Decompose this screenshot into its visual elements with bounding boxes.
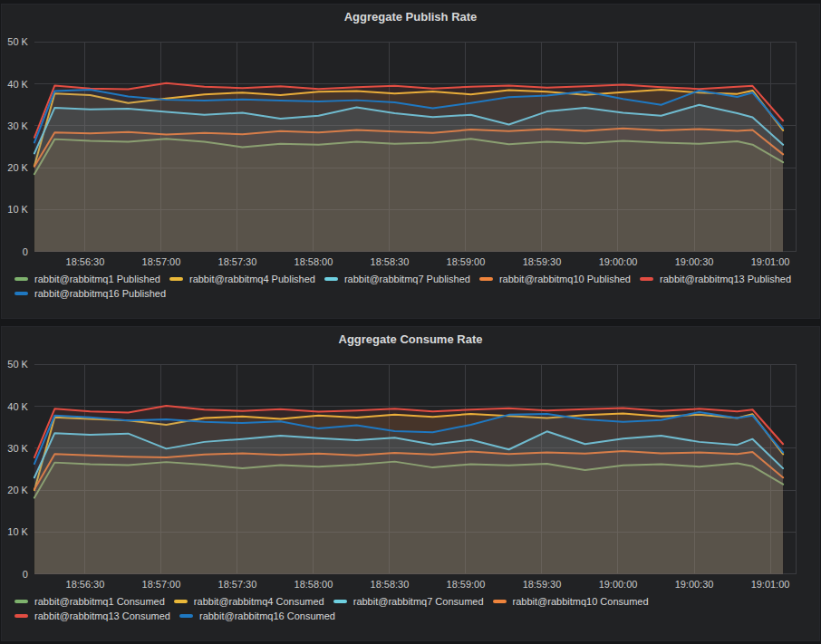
svg-text:18:57:00: 18:57:00 — [142, 256, 181, 267]
legend-swatch-icon — [640, 277, 653, 281]
legend-label: rabbit@rabbitmq10 Consumed — [513, 596, 649, 607]
svg-text:20 K: 20 K — [7, 485, 28, 495]
svg-text:19:00:00: 19:00:00 — [599, 256, 638, 267]
legend-swatch-icon — [169, 277, 183, 281]
svg-text:19:01:00: 19:01:00 — [751, 256, 790, 267]
legend-label: rabbit@rabbitmq10 Published — [499, 274, 631, 284]
legend-item[interactable]: rabbit@rabbitmq10 Consumed — [493, 596, 649, 607]
svg-text:18:59:30: 18:59:30 — [523, 579, 562, 590]
svg-text:40 K: 40 K — [7, 79, 28, 90]
svg-text:18:57:30: 18:57:30 — [218, 256, 257, 267]
legend-label: rabbit@rabbitmq16 Consumed — [199, 610, 335, 621]
legend-label: rabbit@rabbitmq1 Consumed — [34, 596, 165, 607]
svg-text:18:59:00: 18:59:00 — [447, 579, 486, 590]
legend-item[interactable]: rabbit@rabbitmq16 Published — [14, 288, 166, 299]
legend-swatch-icon — [14, 277, 28, 281]
legend-label: rabbit@rabbitmq4 Published — [189, 274, 315, 284]
grafana-dashboard: Aggregate Publish Rate 010 K20 K30 K40 K… — [0, 4, 821, 644]
svg-text:10 K: 10 K — [7, 204, 28, 215]
legend-item[interactable]: rabbit@rabbitmq1 Published — [14, 274, 160, 284]
legend-swatch-icon — [14, 292, 28, 295]
svg-text:20 K: 20 K — [7, 162, 28, 173]
legend-label: rabbit@rabbitmq13 Consumed — [34, 610, 170, 621]
svg-text:30 K: 30 K — [7, 120, 28, 131]
legend-swatch-icon — [14, 600, 28, 603]
legend-item[interactable]: rabbit@rabbitmq1 Consumed — [14, 596, 165, 607]
svg-text:19:00:30: 19:00:30 — [675, 256, 714, 267]
legend-item[interactable]: rabbit@rabbitmq16 Consumed — [179, 610, 335, 621]
svg-text:50 K: 50 K — [7, 359, 28, 370]
legend-swatch-icon — [324, 277, 338, 281]
legend-swatch-icon — [493, 600, 507, 603]
svg-text:40 K: 40 K — [7, 401, 28, 412]
legend-swatch-icon — [14, 614, 28, 618]
svg-text:18:57:30: 18:57:30 — [218, 579, 257, 590]
legend-swatch-icon — [174, 600, 188, 603]
svg-text:0: 0 — [23, 569, 28, 580]
svg-text:10 K: 10 K — [7, 526, 28, 537]
svg-text:19:00:00: 19:00:00 — [599, 579, 638, 590]
legend-item[interactable]: rabbit@rabbitmq4 Published — [169, 274, 315, 284]
legend-swatch-icon — [479, 277, 493, 281]
legend-label: rabbit@rabbitmq13 Published — [660, 274, 791, 284]
svg-text:19:01:00: 19:01:00 — [751, 579, 790, 590]
svg-text:18:56:30: 18:56:30 — [66, 256, 105, 267]
legend-label: rabbit@rabbitmq7 Consumed — [353, 596, 484, 607]
legend-item[interactable]: rabbit@rabbitmq13 Consumed — [14, 610, 170, 621]
legend-label: rabbit@rabbitmq16 Published — [34, 288, 166, 299]
svg-text:18:58:00: 18:58:00 — [295, 256, 333, 267]
legend-swatch-icon — [179, 614, 193, 618]
panel-title-consume[interactable]: Aggregate Consume Rate — [2, 327, 819, 352]
publish-rate-chart[interactable]: 010 K20 K30 K40 K50 K18:56:3018:57:0018:… — [2, 30, 820, 271]
svg-text:0: 0 — [23, 246, 28, 257]
publish-chart-legend: rabbit@rabbitmq1 Publishedrabbit@rabbitm… — [2, 271, 819, 303]
svg-text:18:58:30: 18:58:30 — [371, 579, 410, 590]
panel-aggregate-publish-rate: Aggregate Publish Rate 010 K20 K30 K40 K… — [1, 4, 820, 319]
svg-text:18:59:00: 18:59:00 — [447, 256, 486, 267]
legend-label: rabbit@rabbitmq7 Published — [344, 274, 470, 284]
svg-text:18:56:30: 18:56:30 — [66, 579, 105, 590]
legend-label: rabbit@rabbitmq4 Consumed — [194, 596, 324, 607]
legend-item[interactable]: rabbit@rabbitmq10 Published — [479, 274, 631, 284]
legend-item[interactable]: rabbit@rabbitmq13 Published — [640, 274, 791, 284]
legend-label: rabbit@rabbitmq1 Published — [34, 274, 160, 284]
svg-text:19:00:30: 19:00:30 — [675, 579, 714, 590]
panel-title-publish[interactable]: Aggregate Publish Rate — [2, 5, 819, 30]
svg-text:18:58:30: 18:58:30 — [371, 256, 410, 267]
svg-text:18:57:00: 18:57:00 — [142, 579, 181, 590]
svg-text:50 K: 50 K — [7, 36, 28, 47]
svg-text:18:58:00: 18:58:00 — [295, 579, 333, 590]
panel-aggregate-consume-rate: Aggregate Consume Rate 010 K20 K30 K40 K… — [1, 326, 820, 641]
svg-text:30 K: 30 K — [7, 443, 28, 454]
consume-chart-legend: rabbit@rabbitmq1 Consumedrabbit@rabbitmq… — [2, 593, 819, 625]
svg-text:18:59:30: 18:59:30 — [523, 256, 562, 267]
consume-rate-chart[interactable]: 010 K20 K30 K40 K50 K18:56:3018:57:0018:… — [2, 352, 820, 593]
legend-item[interactable]: rabbit@rabbitmq7 Consumed — [333, 596, 484, 607]
legend-swatch-icon — [333, 600, 347, 603]
legend-item[interactable]: rabbit@rabbitmq4 Consumed — [174, 596, 324, 607]
legend-item[interactable]: rabbit@rabbitmq7 Published — [324, 274, 470, 284]
